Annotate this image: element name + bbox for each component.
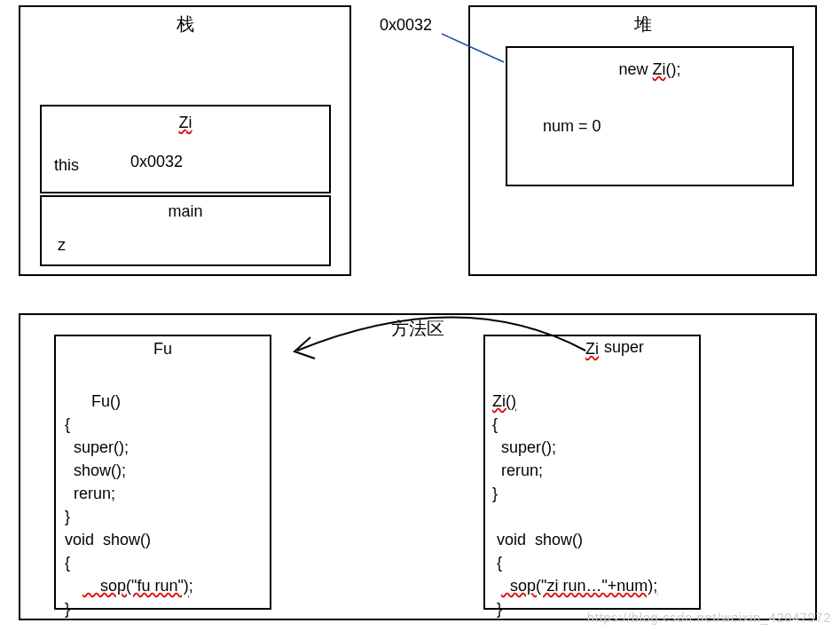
method-zi-box: Zi Zi() { super(); rerun; } void show() … (483, 335, 701, 610)
method-fu-title: Fu (56, 340, 270, 359)
heap-object-field: num = 0 (543, 117, 601, 136)
method-fu-box: Fu Fu() { super(); show(); rerun; } void… (54, 335, 271, 610)
method-fu-code: Fu() { super(); show(); rerun; } void sh… (65, 367, 193, 631)
method-zi-title: Zi (485, 340, 699, 359)
zi-method-title-underline: Zi (585, 340, 599, 358)
zi-id-underline: Zi (179, 114, 192, 131)
stack-frame-zi-this: this (54, 156, 79, 175)
stack-frame-zi-title: Zi (42, 114, 329, 132)
method-area-panel: 方法区 Fu Fu() { super(); show(); rerun; } … (19, 313, 817, 620)
stack-frame-main: main z (40, 195, 331, 266)
pointer-address-label: 0x0032 (380, 16, 432, 35)
stack-panel: 栈 Zi this 0x0032 main z (19, 5, 351, 276)
watermark-text: https://blog.csdn.net/weixin_42047972 (587, 611, 831, 625)
stack-frame-main-title: main (42, 202, 329, 221)
heap-object-ctor: new Zi(); (507, 60, 792, 79)
heap-panel: 堆 new Zi(); num = 0 (468, 5, 817, 276)
stack-frame-zi: Zi this 0x0032 (40, 105, 331, 193)
zi-ctor-underline: Zi (653, 60, 666, 78)
stack-frame-main-var: z (58, 236, 66, 255)
stack-title: 栈 (20, 12, 349, 36)
heap-title: 堆 (470, 12, 815, 36)
stack-frame-zi-address: 0x0032 (130, 153, 183, 171)
heap-object-box: new Zi(); num = 0 (506, 46, 794, 186)
method-zi-code: Zi() { super(); rerun; } void show() { s… (492, 367, 657, 631)
super-label: super (604, 338, 644, 357)
